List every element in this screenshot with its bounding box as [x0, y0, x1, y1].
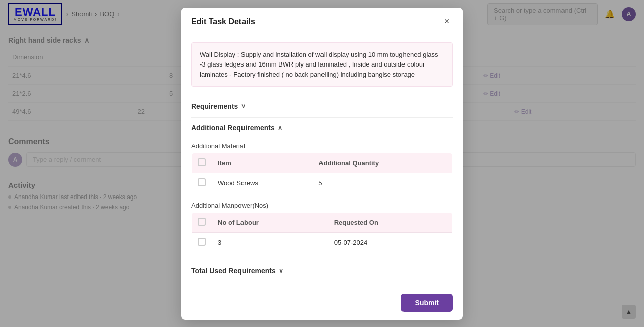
modal-footer: Submit	[181, 288, 463, 320]
material-header-checkbox[interactable]	[198, 158, 206, 166]
divider-2	[191, 117, 453, 118]
manpower-col-checkbox	[192, 213, 212, 233]
manpower-row-1-requested: 05-07-2024	[328, 233, 453, 253]
material-col-qty: Additional Quantity	[312, 153, 452, 173]
additional-requirements-label: Additional Requirements	[191, 124, 275, 132]
material-col-checkbox	[192, 153, 212, 173]
submit-button[interactable]: Submit	[401, 294, 453, 312]
material-row-1-checkbox[interactable]	[198, 178, 206, 186]
modal-body: Wall Display : Supply and installation o…	[181, 42, 463, 288]
additional-requirements-toggle[interactable]: Additional Requirements ∧	[191, 120, 453, 136]
task-description: Wall Display : Supply and installation o…	[191, 42, 453, 87]
manpower-col-labour: No of Labour	[212, 213, 328, 233]
divider-1	[191, 95, 453, 95]
chevron-down-icon: ∨	[241, 103, 246, 110]
manpower-table-header-row: No of Labour Requested On	[192, 213, 453, 233]
material-row-1-checkbox-cell	[192, 173, 212, 193]
modal-overlay: Edit Task Details × Wall Display : Suppl…	[0, 0, 644, 327]
manpower-header-checkbox[interactable]	[198, 218, 206, 226]
modal-header: Edit Task Details ×	[181, 8, 463, 34]
requirements-toggle[interactable]: Requirements ∨	[191, 97, 453, 115]
manpower-row-1-labour: 3	[212, 233, 328, 253]
material-row-1-item: Wood Screws	[212, 173, 312, 193]
manpower-table: No of Labour Requested On 3 05-07-2024	[191, 212, 453, 253]
requirements-label: Requirements	[191, 102, 238, 110]
material-table: Item Additional Quantity Wood Screws 5	[191, 153, 453, 193]
additional-material-label: Additional Material	[191, 142, 453, 150]
material-col-item: Item	[212, 153, 312, 173]
additional-manpower-label: Additional Manpower(Nos)	[191, 202, 453, 209]
manpower-row-1-checkbox-cell	[192, 233, 212, 253]
manpower-row-1-checkbox[interactable]	[198, 238, 206, 246]
chevron-up-icon-modal: ∧	[278, 124, 282, 132]
total-used-requirements-toggle[interactable]: Total Used Requirements ∨	[191, 261, 453, 280]
close-button[interactable]: ×	[441, 16, 453, 28]
total-used-label: Total Used Requirements	[191, 267, 276, 275]
chevron-down-icon-total: ∨	[279, 267, 283, 274]
material-table-header-row: Item Additional Quantity	[192, 153, 453, 173]
manpower-row-1: 3 05-07-2024	[192, 233, 453, 253]
modal-title: Edit Task Details	[191, 17, 255, 26]
material-row-1: Wood Screws 5	[192, 173, 453, 193]
manpower-col-requested: Requested On	[328, 213, 453, 233]
edit-task-modal: Edit Task Details × Wall Display : Suppl…	[181, 8, 463, 320]
material-row-1-qty: 5	[312, 173, 452, 193]
